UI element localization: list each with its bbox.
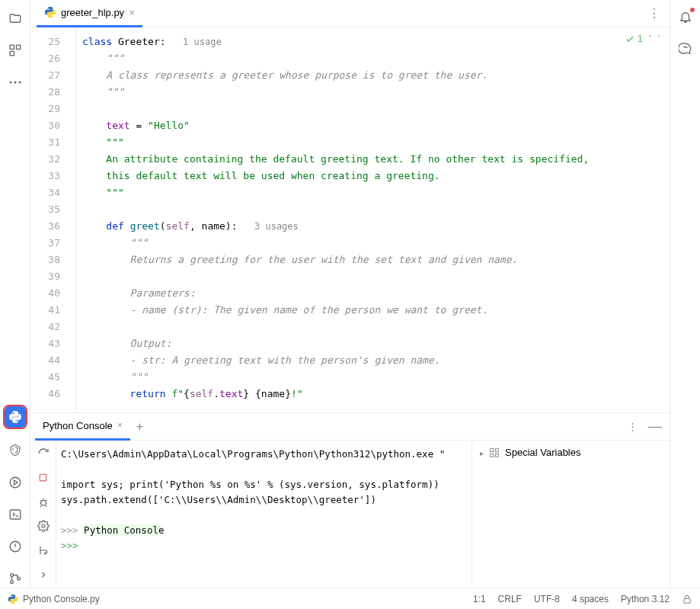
gutter: 2526272829303132333435363738394041424344… — [30, 27, 76, 412]
inspection-prev-icon[interactable]: ˆ — [649, 34, 652, 43]
notifications-icon[interactable] — [676, 8, 695, 26]
console-panel: Python Console × + ⋮ — — [30, 412, 670, 588]
svg-rect-15 — [491, 449, 494, 452]
status-encoding[interactable]: UTF-8 — [534, 594, 560, 604]
svg-point-4 — [14, 82, 16, 84]
structure-tool-icon[interactable] — [6, 41, 24, 59]
status-bar: Python Console.py 1:1 CRLF UTF-8 4 space… — [0, 588, 700, 609]
console-options-icon[interactable]: ⋮ — [625, 418, 641, 435]
console-tab-label: Python Console — [43, 420, 113, 431]
svg-rect-1 — [16, 45, 20, 49]
console-tab-close-icon[interactable]: × — [117, 420, 123, 431]
status-filename[interactable]: Python Console.py — [23, 594, 100, 604]
code-area[interactable]: class Greeter: 1 usage """ A class repre… — [76, 27, 670, 412]
svg-rect-2 — [10, 52, 14, 56]
file-tab[interactable]: greeter_hlp.py × — [37, 0, 142, 27]
svg-marker-6 — [14, 480, 18, 485]
console-tab[interactable]: Python Console × — [35, 413, 130, 441]
svg-point-5 — [18, 82, 21, 84]
status-cursor[interactable]: 1:1 — [473, 594, 486, 604]
status-eol[interactable]: CRLF — [498, 594, 522, 604]
hide-panel-icon[interactable]: — — [645, 415, 665, 438]
editor-tab-more-icon[interactable]: ⋮ — [645, 3, 663, 24]
svg-point-9 — [10, 574, 13, 577]
console-output[interactable]: C:\Users\Admin\AppData\Local\Programs\Py… — [56, 441, 471, 588]
readonly-lock-icon[interactable] — [682, 594, 692, 604]
rerun-icon[interactable] — [37, 447, 50, 460]
console-tab-bar: Python Console × + ⋮ — — [30, 413, 670, 441]
svg-rect-19 — [684, 598, 690, 603]
svg-rect-16 — [495, 449, 498, 452]
close-tab-icon[interactable]: × — [129, 7, 135, 18]
svg-point-14 — [42, 524, 45, 527]
code-editor[interactable]: 2526272829303132333435363738394041424344… — [30, 27, 670, 412]
status-interpreter[interactable]: Python 3.12 — [621, 594, 670, 604]
svg-rect-0 — [10, 45, 14, 49]
left-tool-sidebar — [0, 0, 30, 588]
stop-icon[interactable] — [37, 471, 50, 485]
file-tab-name: greeter_hlp.py — [61, 7, 124, 18]
settings-icon[interactable] — [37, 519, 50, 533]
vcs-tool-icon[interactable] — [6, 569, 24, 588]
svg-rect-18 — [495, 454, 498, 457]
svg-point-3 — [9, 82, 11, 84]
special-vars-label: Special Variables — [505, 447, 580, 458]
expand-toolbar-icon[interactable] — [37, 568, 50, 582]
svg-point-11 — [17, 577, 20, 580]
console-toolbar — [30, 441, 56, 588]
notification-badge — [690, 8, 695, 12]
status-indent[interactable]: 4 spaces — [572, 594, 609, 604]
inspection-widget[interactable]: 1 ˆ ˇ — [625, 34, 660, 44]
python-file-icon — [8, 594, 18, 604]
softwrap-icon[interactable] — [37, 543, 50, 557]
services-tool-icon[interactable] — [6, 441, 24, 460]
new-console-icon[interactable]: + — [136, 420, 143, 434]
python-console-tool-icon[interactable] — [5, 406, 26, 428]
editor-tab-bar: greeter_hlp.py × ⋮ — [30, 0, 670, 27]
chevron-right-icon[interactable]: ▸ — [480, 449, 484, 457]
python-file-icon — [44, 6, 56, 18]
svg-rect-17 — [491, 454, 494, 457]
run-tool-icon[interactable] — [6, 473, 24, 492]
problems-tool-icon[interactable] — [6, 537, 24, 556]
terminal-tool-icon[interactable] — [6, 505, 24, 524]
inspection-count: 1 — [638, 34, 643, 44]
more-tool-icon[interactable] — [6, 73, 24, 91]
project-tool-icon[interactable] — [6, 9, 24, 27]
debug-console-icon[interactable] — [37, 495, 50, 509]
variables-pane[interactable]: ▸ Special Variables — [471, 441, 670, 588]
ai-assistant-icon[interactable] — [676, 40, 695, 58]
inspection-next-icon[interactable]: ˇ — [657, 34, 660, 43]
right-tool-sidebar — [670, 0, 700, 588]
special-vars-icon — [488, 447, 500, 459]
svg-point-10 — [10, 581, 13, 584]
svg-rect-12 — [40, 474, 46, 481]
